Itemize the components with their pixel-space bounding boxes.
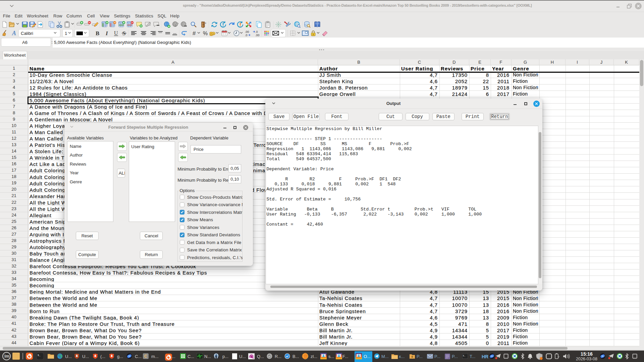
svg-text:$: $ (213, 32, 215, 35)
svg-text:I: I (105, 30, 108, 37)
svg-text:$_: $_ (463, 355, 466, 357)
svg-text:$_: $_ (38, 354, 41, 357)
svg-text:.0: .0 (245, 34, 248, 37)
svg-text:%: % (203, 31, 208, 36)
svg-text:.0: .0 (255, 30, 258, 34)
svg-text:A: A (12, 30, 16, 37)
svg-text:B: B (96, 30, 99, 37)
svg-text:U: U (114, 30, 118, 36)
svg-text:.00: .00 (255, 34, 260, 37)
svg-text:#: # (193, 30, 196, 37)
svg-text:C: C (144, 354, 147, 359)
svg-text:.00: .00 (245, 30, 249, 34)
